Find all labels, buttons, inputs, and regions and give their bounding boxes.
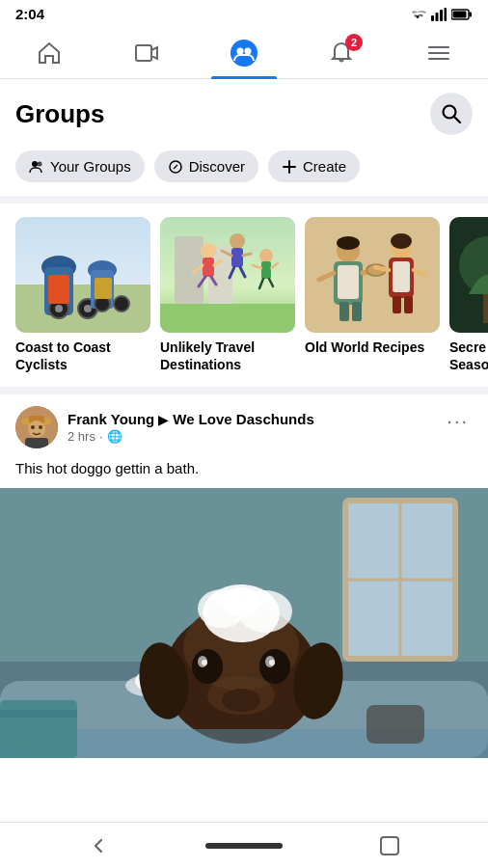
- post-group: We Love Daschunds: [173, 411, 313, 427]
- svg-rect-72: [404, 296, 413, 313]
- globe-icon: 🌐: [107, 429, 122, 444]
- group-card-secret[interactable]: SecreSeaso: [449, 217, 488, 373]
- compass-icon: [168, 159, 183, 175]
- page-header: Groups: [0, 79, 488, 145]
- group-card-coast[interactable]: Coast to Coast Cyclists: [15, 217, 150, 373]
- svg-point-9: [236, 48, 243, 55]
- nav-menu[interactable]: [406, 28, 472, 78]
- forward-button[interactable]: [378, 834, 401, 857]
- status-icons: [409, 8, 473, 21]
- post-time-line: 2 hrs · 🌐: [68, 429, 314, 444]
- svg-point-38: [201, 243, 216, 258]
- svg-rect-60: [338, 265, 359, 299]
- svg-rect-39: [203, 258, 214, 277]
- svg-point-33: [114, 296, 129, 312]
- svg-point-50: [259, 249, 273, 262]
- svg-rect-63: [339, 302, 349, 321]
- svg-point-107: [202, 660, 207, 665]
- nav-bar: 2: [0, 28, 488, 79]
- svg-point-8: [230, 40, 258, 67]
- svg-rect-34: [95, 278, 112, 299]
- svg-rect-114: [366, 705, 424, 744]
- svg-rect-3: [445, 8, 447, 21]
- svg-point-74: [337, 236, 360, 250]
- more-options-button[interactable]: ···: [443, 406, 473, 436]
- bottom-nav: [0, 822, 488, 868]
- svg-rect-5: [453, 11, 467, 17]
- nav-video[interactable]: [114, 28, 179, 78]
- nav-home[interactable]: [16, 28, 82, 78]
- svg-point-103: [192, 649, 223, 684]
- svg-point-84: [39, 425, 42, 429]
- svg-point-82: [28, 420, 45, 438]
- svg-rect-56: [160, 304, 295, 333]
- group-card-oldworld[interactable]: Old World Recipes: [305, 217, 440, 373]
- status-time: 2:04: [15, 6, 44, 22]
- post-text: This hot doggo gettin a bath.: [15, 458, 473, 478]
- svg-rect-29: [48, 275, 69, 304]
- post-time: 2 hrs: [68, 429, 95, 444]
- svg-rect-6: [470, 12, 473, 16]
- post: Frank Young ▶ We Love Daschunds 2 hrs · …: [0, 394, 488, 758]
- svg-rect-45: [231, 248, 243, 267]
- menu-icon: [425, 40, 452, 67]
- home-indicator[interactable]: [205, 843, 283, 849]
- svg-rect-68: [393, 261, 410, 292]
- discover-button[interactable]: Discover: [154, 150, 258, 182]
- svg-point-73: [391, 233, 412, 249]
- create-button[interactable]: Create: [268, 150, 360, 182]
- svg-rect-117: [381, 837, 398, 854]
- group-name-travel: Unlikely Travel Destinations: [160, 339, 295, 373]
- svg-rect-1: [436, 13, 439, 21]
- group-image-coast: [15, 217, 150, 333]
- post-dot: ·: [99, 429, 103, 444]
- nav-groups[interactable]: [211, 28, 277, 78]
- svg-point-17: [38, 161, 42, 166]
- groups-icon: [230, 40, 258, 67]
- svg-rect-0: [431, 15, 434, 21]
- svg-point-83: [31, 425, 35, 429]
- discover-label: Discover: [189, 158, 245, 175]
- svg-point-110: [207, 676, 275, 715]
- svg-point-28: [84, 305, 92, 312]
- svg-rect-115: [0, 700, 77, 758]
- people-icon: [29, 159, 44, 175]
- post-arrow: ▶: [158, 412, 169, 427]
- nav-notifications[interactable]: 2: [309, 28, 374, 78]
- post-meta: Frank Young ▶ We Love Daschunds 2 hrs · …: [68, 411, 314, 444]
- search-icon: [441, 103, 462, 124]
- svg-rect-116: [0, 710, 77, 718]
- svg-line-47: [243, 254, 251, 256]
- post-header: Frank Young ▶ We Love Daschunds 2 hrs · …: [15, 406, 473, 448]
- group-image-travel: [160, 217, 295, 333]
- svg-rect-85: [25, 438, 48, 448]
- svg-point-108: [269, 660, 275, 665]
- back-button[interactable]: [87, 834, 110, 857]
- svg-line-69: [375, 267, 389, 270]
- svg-point-26: [55, 305, 63, 312]
- group-card-travel[interactable]: Unlikely Travel Destinations: [160, 217, 295, 373]
- back-icon: [87, 834, 110, 857]
- create-label: Create: [303, 158, 346, 175]
- search-button[interactable]: [430, 93, 473, 135]
- section-divider-2: [0, 387, 488, 394]
- wifi-icon: [409, 8, 426, 21]
- avatar: [15, 406, 58, 448]
- svg-line-15: [454, 117, 460, 122]
- signal-icon: [431, 8, 447, 21]
- group-name-oldworld: Old World Recipes: [305, 339, 440, 356]
- section-divider-1: [0, 196, 488, 203]
- your-groups-label: Your Groups: [50, 158, 131, 175]
- post-image: [0, 488, 488, 758]
- group-image-secret: [449, 217, 488, 333]
- svg-point-102: [222, 587, 260, 616]
- video-icon: [133, 40, 160, 67]
- notification-badge: 2: [345, 34, 363, 51]
- post-author: Frank Young: [68, 411, 154, 427]
- post-header-left: Frank Young ▶ We Love Daschunds 2 hrs · …: [15, 406, 314, 448]
- svg-rect-36: [175, 236, 203, 313]
- your-groups-button[interactable]: Your Groups: [15, 150, 145, 182]
- battery-icon: [451, 9, 473, 20]
- svg-point-104: [259, 649, 290, 684]
- forward-icon: [378, 834, 401, 857]
